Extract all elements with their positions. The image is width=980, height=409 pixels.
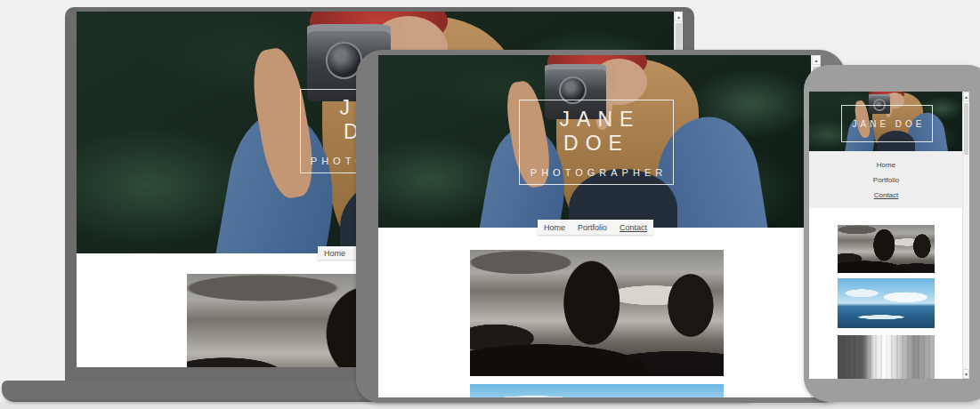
site-title-box: JANE DOE (841, 105, 933, 142)
scroll-up-icon[interactable]: ▲ (963, 92, 969, 101)
site-title-box: JANE DOE PHOTOGRAPHER (519, 100, 674, 185)
nav-contact[interactable]: Contact (874, 191, 899, 199)
scroll-up-icon[interactable]: ▲ (812, 55, 821, 65)
scroll-up-glyph: ▲ (964, 94, 968, 100)
scroll-up-icon[interactable]: ▲ (675, 12, 683, 21)
site-title: JANE DOE (520, 108, 673, 156)
phone-screen: JANE DOE Home Portfolio Contact ▲ ▼ (809, 92, 969, 379)
scroll-down-icon[interactable]: ▼ (963, 369, 969, 379)
main-nav-stacked: Home Portfolio Contact (809, 151, 963, 208)
main-nav: Home Portfolio Contact (538, 220, 653, 235)
nav-contact[interactable]: Contact (620, 223, 647, 232)
bottom-shadow-band (0, 402, 980, 409)
scrollbar-thumb[interactable] (964, 103, 968, 155)
portfolio-image-waterfall[interactable] (838, 335, 935, 379)
phone-frame: JANE DOE Home Portfolio Contact ▲ ▼ (804, 65, 980, 402)
site-subtitle: PHOTOGRAPHER (526, 167, 667, 178)
portfolio-image-ocean-horizon[interactable] (470, 384, 724, 397)
nav-home[interactable]: Home (544, 223, 565, 232)
hero-photo: JANE DOE PHOTOGRAPHER (378, 55, 812, 228)
site-title: JANE DOE (848, 119, 925, 129)
nav-home[interactable]: Home (877, 161, 895, 169)
scroll-up-glyph: ▲ (676, 14, 681, 20)
scroll-up-glyph: ▲ (814, 58, 819, 63)
tablet-screen: JANE DOE PHOTOGRAPHER Home Portfolio Con… (378, 55, 821, 397)
portfolio-image-rocky-seascape[interactable] (470, 250, 724, 376)
scroll-down-glyph: ▼ (964, 372, 968, 377)
responsive-preview-stage: JANE DOE PHOTOGRAPHER Home Portfolio Con… (0, 0, 980, 409)
portfolio-image-rocky-seascape[interactable] (838, 225, 935, 273)
portfolio-image-ocean-horizon[interactable] (838, 278, 935, 328)
nav-portfolio[interactable]: Portfolio (873, 176, 899, 184)
nav-home[interactable]: Home (324, 249, 345, 258)
hero-photo: JANE DOE (809, 92, 963, 151)
nav-portfolio[interactable]: Portfolio (578, 223, 607, 232)
phone-scrollbar[interactable]: ▲ ▼ (962, 92, 969, 379)
tablet-frame: JANE DOE PHOTOGRAPHER Home Portfolio Con… (356, 50, 846, 403)
